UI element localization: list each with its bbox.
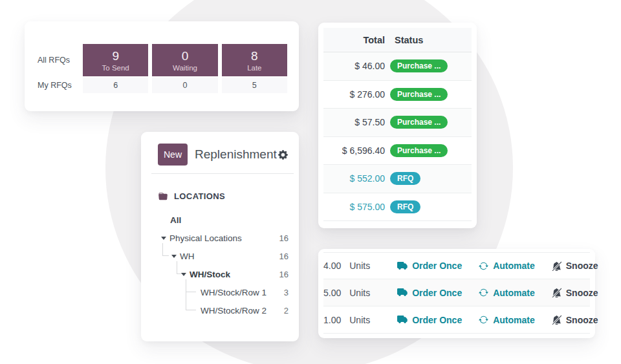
page: All RFQs 9 To Send 0 Waiting 8 Late My R… [0, 0, 621, 364]
tree-item-count: 2 [284, 306, 289, 316]
truck-icon [397, 316, 408, 324]
order-row[interactable]: $ 575.00 RFQ [323, 193, 472, 222]
replenish-actions-card: 4.00 Units Order Once Automate Snooze 5.… [318, 249, 595, 338]
replenish-row: 1.00 Units Order Once Automate Snooze [323, 306, 590, 334]
arrows-rotate-icon [479, 288, 488, 297]
locations-header: LOCATIONS [158, 191, 225, 201]
new-button[interactable]: New [158, 144, 188, 166]
caret-down-icon[interactable] [161, 237, 166, 240]
snooze-label: Snooze [566, 288, 598, 298]
order-once-button[interactable]: Order Once [397, 288, 462, 298]
rfq-summary-card: All RFQs 9 To Send 0 Waiting 8 Late My R… [25, 21, 299, 111]
my-waiting-count[interactable]: 0 [152, 78, 217, 93]
order-row[interactable]: $ 6,596.40 Purchase ... [323, 137, 472, 166]
status-badge: RFQ [390, 200, 420, 213]
tree-item-label: All [170, 215, 181, 225]
unit-of-measure: Units [349, 315, 370, 325]
replenishment-card: New Replenishment LOCATIONS All Physical… [141, 132, 299, 341]
order-total: $ 575.00 [323, 202, 385, 212]
tree-item-count: 3 [284, 288, 289, 297]
order-row[interactable]: $ 57.50 Purchase ... [323, 109, 472, 137]
tree-item-wh-stock-row2[interactable]: WH/Stock/Row 2 2 [141, 301, 299, 319]
waiting-count: 0 [182, 49, 189, 63]
automate-label: Automate [493, 288, 535, 298]
tree-item-count: 16 [279, 270, 289, 279]
unit-of-measure: Units [349, 261, 370, 271]
bell-slash-icon [552, 315, 561, 325]
status-badge: Purchase ... [390, 59, 448, 72]
snooze-button[interactable]: Snooze [552, 315, 598, 325]
orders-table-card: Total Status $ 46.00 Purchase ... $ 276.… [318, 23, 477, 228]
order-total: $ 57.50 [323, 117, 385, 127]
my-late-count[interactable]: 5 [222, 78, 287, 93]
my-to-send-count[interactable]: 6 [83, 78, 148, 93]
order-once-label: Order Once [412, 288, 462, 298]
automate-button[interactable]: Automate [479, 288, 535, 298]
all-rfqs-label: All RFQs [38, 56, 79, 65]
replenish-row: 4.00 Units Order Once Automate Snooze [323, 252, 590, 279]
tree-item-all[interactable]: All [141, 211, 299, 229]
snooze-button[interactable]: Snooze [552, 288, 598, 298]
tree-item-label: WH [180, 252, 195, 261]
divider [151, 173, 294, 174]
folder-icon [158, 192, 168, 201]
locations-title: LOCATIONS [174, 191, 225, 201]
snooze-label: Snooze [566, 261, 598, 271]
replenish-row: 5.00 Units Order Once Automate Snooze [323, 279, 590, 306]
truck-icon [397, 288, 408, 297]
to-send-label: To Send [102, 64, 129, 72]
automate-button[interactable]: Automate [479, 261, 535, 271]
order-total: $ 46.00 [323, 61, 385, 71]
quantity-value: 4.00 [323, 261, 341, 271]
tree-item-count: 16 [279, 252, 289, 261]
unit-of-measure: Units [349, 288, 370, 298]
quantity-value: 1.00 [323, 315, 341, 325]
order-once-button[interactable]: Order Once [397, 261, 462, 271]
automate-label: Automate [493, 261, 535, 271]
status-badge: RFQ [390, 172, 420, 185]
late-count: 8 [251, 49, 258, 63]
rfq-tile-waiting[interactable]: 0 Waiting [152, 44, 217, 76]
waiting-label: Waiting [173, 64, 197, 72]
tree-item-label: WH/Stock/Row 2 [201, 306, 267, 316]
tree-item-physical-locations[interactable]: Physical Locations 16 [141, 229, 299, 247]
bell-slash-icon [552, 261, 561, 271]
tree-item-wh[interactable]: WH 16 [141, 247, 299, 265]
caret-down-icon[interactable] [171, 255, 177, 258]
tree-item-label: WH/Stock [190, 270, 230, 279]
order-total: $ 6,596.40 [323, 145, 385, 156]
status-badge: Purchase ... [390, 116, 448, 129]
truck-icon [397, 262, 408, 270]
order-row[interactable]: $ 276.00 Purchase ... [323, 81, 472, 109]
status-column-header: Status [395, 35, 423, 45]
tree-item-label: Physical Locations [169, 233, 242, 243]
snooze-label: Snooze [566, 315, 598, 325]
late-label: Late [247, 64, 261, 72]
order-row[interactable]: $ 46.00 Purchase ... [323, 52, 472, 81]
status-badge: Purchase ... [390, 144, 448, 157]
replenishment-header: New Replenishment [158, 144, 288, 166]
order-row[interactable]: $ 552.00 RFQ [323, 165, 472, 193]
automate-label: Automate [493, 315, 535, 325]
tree-item-count: 16 [279, 233, 289, 243]
gear-icon[interactable] [278, 150, 288, 160]
automate-button[interactable]: Automate [479, 315, 535, 325]
page-title: Replenishment [195, 147, 277, 162]
bell-slash-icon [552, 288, 561, 297]
tree-item-wh-stock-row1[interactable]: WH/Stock/Row 1 3 [141, 283, 299, 301]
my-rfqs-label: My RFQs [38, 81, 79, 90]
order-total: $ 276.00 [323, 89, 385, 100]
order-total: $ 552.00 [323, 173, 385, 184]
tree-item-wh-stock-selected[interactable]: WH/Stock 16 [141, 265, 299, 283]
status-badge: Purchase ... [390, 88, 448, 101]
rfq-tile-to-send[interactable]: 9 To Send [83, 44, 148, 76]
order-once-button[interactable]: Order Once [397, 315, 462, 325]
to-send-count: 9 [112, 49, 119, 63]
total-column-header: Total [323, 35, 385, 45]
rfq-tile-late[interactable]: 8 Late [222, 44, 287, 76]
locations-tree: All Physical Locations 16 WH 16 WH/Stock… [141, 211, 299, 319]
quantity-value: 5.00 [323, 288, 341, 298]
caret-down-icon[interactable] [181, 273, 186, 276]
orders-table-header: Total Status [323, 28, 472, 52]
snooze-button[interactable]: Snooze [552, 261, 598, 271]
